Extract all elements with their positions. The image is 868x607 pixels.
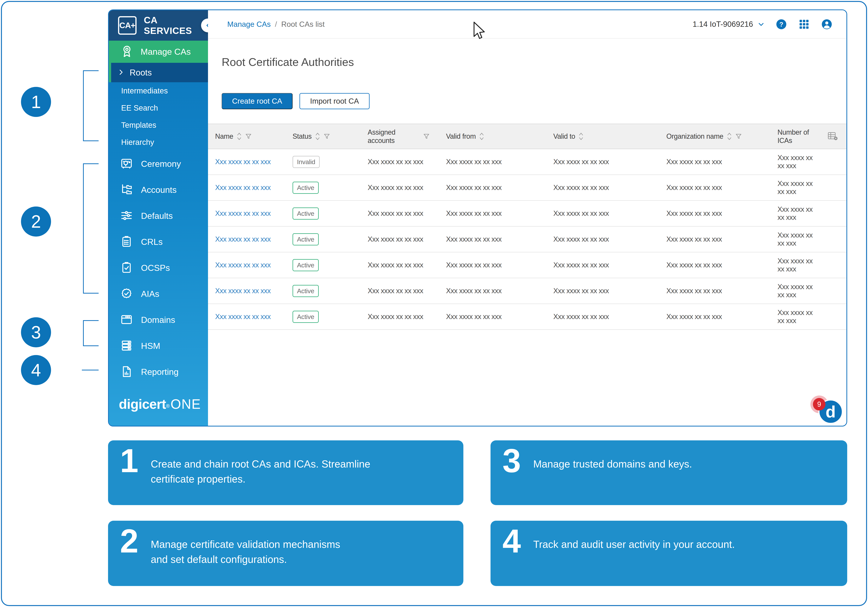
badge-check-icon — [120, 287, 133, 301]
column-header-number-of-icas[interactable]: Number of ICAs — [769, 128, 819, 145]
table-row[interactable]: Xxx xxxx xx xx xxx Active Xxx xxxx xx xx… — [208, 304, 846, 330]
table-row[interactable]: Xxx xxxx xx xx xxx Active Xxx xxxx xx xx… — [208, 175, 846, 201]
one-wordmark: ONE — [170, 397, 201, 412]
filter-icon[interactable] — [324, 133, 330, 140]
registered-mark: ® — [166, 403, 170, 409]
column-header-organization-name[interactable]: Organization name — [656, 132, 769, 141]
table-row[interactable]: Xxx xxxx xx xx xxx Active Xxx xxxx xx xx… — [208, 278, 846, 304]
callout-text: Manage certificate validation mechanisms… — [151, 537, 340, 586]
app-window: CA+ CA SERVICES Manage CAs Roots Interme… — [108, 9, 847, 427]
ca-name-link[interactable]: Xxx xxxx xx xx xxx — [215, 287, 271, 295]
sidebar-item-templates[interactable]: Templates — [109, 116, 208, 134]
sort-icon[interactable] — [578, 132, 584, 141]
help-button[interactable]: ? — [775, 18, 787, 30]
sidebar-item-label: Domains — [141, 315, 175, 325]
sort-icon[interactable] — [237, 132, 242, 141]
column-header-valid-from[interactable]: Valid from — [438, 132, 548, 141]
version-selector[interactable]: 1.14 IoT-9069216 — [693, 20, 764, 28]
sidebar-item-label: Accounts — [141, 185, 177, 195]
filter-icon[interactable] — [735, 133, 742, 140]
ca-name-link[interactable]: Xxx xxxx xx xx xxx — [215, 313, 271, 321]
vault-icon — [120, 157, 133, 171]
breadcrumb: Manage CAs / Root CAs list — [227, 20, 325, 28]
table-row[interactable]: Xxx xxxx xx xx xxx Active Xxx xxxx xx xx… — [208, 201, 846, 227]
import-root-ca-button[interactable]: Import root CA — [299, 93, 370, 109]
table-row[interactable]: Xxx xxxx xx xx xxx Active Xxx xxxx xx xx… — [208, 252, 846, 278]
column-header-status[interactable]: Status — [288, 132, 359, 141]
ca-name-link[interactable]: Xxx xxxx xx xx xxx — [215, 158, 271, 166]
action-buttons: Create root CA Import root CA — [222, 93, 846, 109]
column-header-name[interactable]: Name — [208, 132, 288, 141]
sidebar-item-crls[interactable]: CRLs — [109, 229, 208, 255]
column-label: Organization name — [666, 132, 723, 140]
user-avatar-icon — [821, 18, 833, 30]
column-header-assigned-accounts[interactable]: Assigned accounts — [359, 128, 438, 145]
valid-from-cell: Xxx xxxx xx xx xxx — [438, 235, 548, 243]
ca-name-link[interactable]: Xxx xxxx xx xx xxx — [215, 235, 271, 243]
sidebar-item-intermediates[interactable]: Intermediates — [109, 82, 208, 99]
callout-number: 3 — [502, 446, 521, 505]
status-badge: Active — [293, 208, 319, 220]
sidebar-item-manage-cas[interactable]: Manage CAs — [109, 40, 208, 63]
sort-icon[interactable] — [479, 132, 484, 141]
number-of-icas-cell: Xxx xxxx xx xx xxx — [769, 231, 819, 247]
sidebar-item-accounts[interactable]: Accounts — [109, 177, 208, 203]
valid-from-cell: Xxx xxxx xx xx xxx — [438, 313, 548, 321]
sort-icon[interactable] — [315, 132, 320, 141]
sliders-icon — [120, 209, 133, 223]
annotation-marker-3: 3 — [21, 317, 51, 347]
annotation-bracket-3 — [83, 320, 99, 346]
sidebar-item-ee-search[interactable]: EE Search — [109, 99, 208, 116]
column-settings[interactable] — [819, 132, 846, 141]
callout-number: 4 — [502, 526, 521, 586]
sidebar-item-hsm[interactable]: HSM — [109, 333, 208, 359]
sidebar-item-hierarchy[interactable]: Hierarchy — [109, 134, 208, 151]
sidebar-item-label: Templates — [121, 121, 156, 129]
status-badge: Active — [293, 182, 319, 194]
account-button[interactable] — [821, 18, 833, 30]
sidebar-item-label: Hierarchy — [121, 138, 154, 147]
filter-icon[interactable] — [423, 133, 430, 140]
sidebar-item-reporting[interactable]: Reporting — [109, 359, 208, 385]
ca-name-link[interactable]: Xxx xxxx xx xx xxx — [215, 210, 271, 217]
sidebar-item-aias[interactable]: AIAs — [109, 281, 208, 307]
valid-to-cell: Xxx xxxx xx xx xxx — [548, 287, 656, 295]
sidebar-item-ceremony[interactable]: Ceremony — [109, 151, 208, 177]
folder-tree-icon — [120, 183, 133, 197]
sidebar-item-defaults[interactable]: Defaults — [109, 203, 208, 229]
table-row[interactable]: Xxx xxxx xx xx xxx Invalid Xxx xxxx xx x… — [208, 149, 846, 175]
status-badge: Active — [293, 233, 319, 245]
sidebar-item-roots[interactable]: Roots — [111, 63, 208, 82]
table-settings-icon[interactable] — [828, 132, 838, 141]
table-row[interactable]: Xxx xxxx xx xx xxx Active Xxx xxxx xx xx… — [208, 227, 846, 252]
create-root-ca-button[interactable]: Create root CA — [222, 93, 293, 109]
sort-icon[interactable] — [727, 132, 732, 141]
callout-text: Manage trusted domains and keys. — [533, 456, 692, 505]
filter-icon[interactable] — [245, 133, 252, 140]
chat-notification-badge: 9 — [813, 398, 825, 410]
breadcrumb-separator: / — [275, 20, 277, 28]
column-header-valid-to[interactable]: Valid to — [548, 132, 656, 141]
column-label: Status — [293, 132, 312, 140]
number-of-icas-cell: Xxx xxxx xx xx xxx — [769, 180, 819, 196]
annotation-line-4 — [82, 369, 99, 371]
callout-text: Track and audit user activity in your ac… — [533, 537, 735, 586]
annotation-marker-4: 4 — [21, 355, 51, 385]
root-ca-table: Name Status Assigned accounts Val — [208, 124, 846, 330]
sidebar-item-ocsps[interactable]: OCSPs — [109, 255, 208, 281]
help-icon: ? — [775, 18, 787, 30]
apps-grid-button[interactable] — [798, 18, 810, 30]
sidebar-item-label: Roots — [130, 68, 152, 78]
assigned-accounts-cell: Xxx xxxx xx xx xxx — [359, 235, 438, 243]
sidebar-item-domains[interactable]: Domains — [109, 307, 208, 333]
assigned-accounts-cell: Xxx xxxx xx xx xxx — [359, 158, 438, 166]
organization-name-cell: Xxx xxxx xx xx xxx — [656, 158, 769, 166]
assigned-accounts-cell: Xxx xxxx xx xx xxx — [359, 210, 438, 217]
report-icon — [120, 365, 133, 379]
breadcrumb-manage-cas-link[interactable]: Manage CAs — [227, 20, 271, 28]
ca-name-link[interactable]: Xxx xxxx xx xx xxx — [215, 183, 271, 191]
sidebar-item-label: AIAs — [141, 289, 159, 299]
ca-name-link[interactable]: Xxx xxxx xx xx xxx — [215, 261, 271, 269]
number-of-icas-cell: Xxx xxxx xx xx xxx — [769, 205, 819, 222]
callout-3: 3 Manage trusted domains and keys. — [491, 440, 847, 505]
